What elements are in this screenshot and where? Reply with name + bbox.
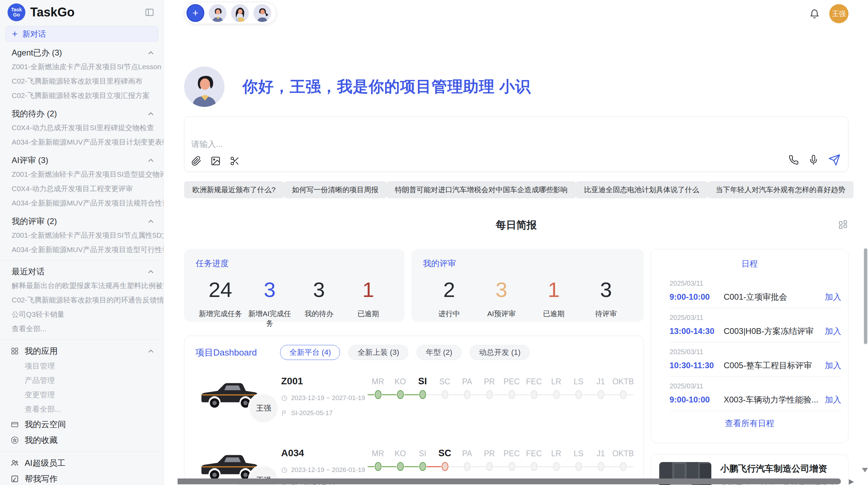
sidebar-item[interactable]: A034-全新新能源MUV产品开发项目造型可行性评审: [0, 242, 164, 257]
microphone-icon[interactable]: [808, 155, 819, 165]
chat-input-card[interactable]: 请输入...: [184, 116, 848, 172]
milestone-connector: [367, 394, 374, 395]
chevron-up-icon: [148, 220, 154, 223]
greeting-section: 你好，王强，我是你的项目管理助理 小识: [184, 66, 848, 107]
project-info: Z001 2023-12-19 ~ 2027-01-19 SI-2025-05-…: [281, 374, 367, 417]
image-icon[interactable]: [210, 156, 221, 166]
event-date: 2025/03/11: [670, 348, 841, 356]
section-header-my-todo[interactable]: 我的待办 (2): [0, 107, 164, 121]
sidebar-item[interactable]: Z001-全新燃油皮卡产品开发项目SI节点Lesson Learn报告: [0, 60, 164, 74]
dashboard-filter[interactable]: 年型 (2): [417, 345, 461, 360]
cloud-space-icon: [10, 420, 19, 429]
milestone-node: [419, 390, 426, 399]
phone-icon[interactable]: [788, 155, 799, 165]
milestone-label: LR: [545, 447, 567, 460]
suggestion-chip[interactable]: 欧洲新规最近颁布了什么?: [184, 181, 284, 198]
chevron-up-icon: [148, 159, 154, 162]
conversation-switcher: +: [184, 2, 276, 24]
sidebar-item-ai-super-staff[interactable]: AI超级员工: [0, 455, 164, 471]
vertical-scrollbar[interactable]: [864, 248, 867, 344]
agent-avatar-2[interactable]: [231, 4, 249, 22]
join-link[interactable]: 加入: [825, 291, 841, 302]
add-conversation-button[interactable]: +: [186, 4, 204, 22]
new-chat-label: 新对话: [22, 29, 46, 39]
project-row[interactable]: 王强 Z001 2023-12-19 ~ 2027-01-19 SI-2025-…: [195, 374, 631, 432]
sidebar-item[interactable]: C0X4-动力总成开发项目工程变更评审: [0, 182, 164, 196]
view-all-schedule-link[interactable]: 查看所有日程: [651, 418, 848, 429]
app-sub-item[interactable]: 产品管理: [0, 373, 164, 388]
stat-item: 1 已逾期: [343, 278, 393, 328]
section-header-agent-done[interactable]: Agent已办 (3): [0, 46, 164, 60]
briefing-layout-icon[interactable]: [837, 219, 848, 230]
dashboard-filter[interactable]: 全新平台 (4): [280, 345, 340, 360]
milestone-label: PR: [478, 447, 501, 460]
dashboard-filter[interactable]: 全新上装 (3): [348, 345, 408, 360]
schedule-events: 2025/03/11 9:00-10:00 C001-立项审批会 加入 2025…: [651, 274, 848, 411]
stat-label: 我的待办: [294, 309, 344, 319]
sidebar-item[interactable]: C02-飞腾新能源轻客改款项目里程碑画布: [0, 74, 164, 88]
event-time: 10:30-11:30: [670, 361, 724, 370]
sidebar-item[interactable]: Z001-全新燃油轻卡产品开发项目SI造型提交物评审: [0, 167, 164, 182]
sidebar-item-cloud-space[interactable]: 我的云空间: [0, 416, 164, 432]
stat-label: 已逾期: [343, 309, 393, 319]
milestone-connector: [449, 394, 463, 395]
suggestion-chip[interactable]: 如何写一份清晰的项目周报: [284, 181, 387, 198]
milestone-label: J1: [590, 375, 612, 388]
notifications-bell-icon[interactable]: [809, 8, 820, 20]
clock-icon: [281, 467, 288, 473]
milestone-node: [375, 462, 382, 471]
recent-chat-item[interactable]: C02-飞腾新能源轻客改款项目的闭环通告反馈情况: [0, 293, 164, 307]
sidebar-item[interactable]: A034-全新新能源MUV产品开发项目计划变更表编写: [0, 135, 164, 149]
dashboard-filter[interactable]: 动总开发 (1): [470, 345, 530, 360]
milestone-node: [531, 462, 538, 471]
milestone-connector: [516, 394, 530, 395]
stat-item: 3 待评审: [580, 278, 632, 319]
milestone-node: [375, 390, 382, 399]
card-title: 我的评审: [423, 258, 632, 269]
sidebar-item-favorites[interactable]: 我的收藏: [0, 432, 164, 448]
app-sub-item[interactable]: 变更管理: [0, 388, 164, 402]
agent-avatar-3[interactable]: [253, 4, 271, 22]
stat-item: 2 进行中: [423, 278, 475, 319]
suggestion-chip[interactable]: 比亚迪全固态电池计划具体说了什么: [576, 181, 708, 198]
apps-view-all[interactable]: 查看全部...: [0, 402, 164, 416]
suggestion-chip[interactable]: 特朗普可能对进口汽车增税会对中国车企造成哪些影响: [387, 181, 576, 198]
user-avatar[interactable]: 王强: [829, 4, 848, 23]
section-header-ai-review[interactable]: AI评审 (3): [0, 153, 164, 167]
section-header-my-review[interactable]: 我的评审 (2): [0, 214, 164, 228]
sidebar-collapse-icon[interactable]: [143, 7, 156, 18]
milestone-connector: [627, 394, 634, 395]
recent-chat-item[interactable]: 公司Q3轻卡销量: [0, 307, 164, 322]
attachment-icon[interactable]: [191, 156, 202, 166]
stat-item: 24 新增完成任务: [196, 278, 245, 328]
recent-view-all[interactable]: 查看全部...: [0, 322, 164, 336]
sidebar-item-help-me-write[interactable]: 帮我写作: [0, 471, 164, 485]
stat-label: 已逾期: [528, 309, 580, 319]
join-link[interactable]: 加入: [825, 360, 841, 371]
milestone-node: [531, 390, 538, 399]
join-link[interactable]: 加入: [825, 326, 841, 337]
sidebar-item[interactable]: Z001-全新燃油轻卡产品开发项目SI节点属性5D文件评审: [0, 228, 164, 242]
new-chat-button[interactable]: + 新对话: [5, 26, 158, 42]
join-link[interactable]: 加入: [825, 394, 841, 405]
sidebar-item[interactable]: C0X4-动力总成开发项目SI里程碑提交物检查: [0, 121, 164, 135]
event-title: C003|H0B-方案冻结评审: [724, 326, 821, 337]
sidebar-item[interactable]: C02-飞腾新能源轻客改款项目立项汇报方案: [0, 88, 164, 103]
scissors-icon[interactable]: [230, 156, 240, 166]
scroll-right-arrow-icon[interactable]: [849, 479, 854, 485]
suggestion-chip[interactable]: 当下年轻人对汽车外观有怎样的喜好趋势: [708, 181, 854, 198]
scroll-down-arrow-icon[interactable]: [862, 468, 868, 472]
help-me-write-label: 帮我写作: [25, 473, 58, 484]
horizontal-scrollbar[interactable]: [178, 478, 841, 484]
grid-icon: [10, 347, 19, 356]
sidebar-header: Task Go TaskGo: [0, 0, 164, 22]
main-area: + 王强 你好，王强，我是你的项目管理助理 小识 请输入...: [164, 0, 868, 485]
schedule-event: 2025/03/11 13:00-14:30 C003|H0B-方案冻结评审 加…: [670, 308, 841, 343]
send-icon[interactable]: [828, 154, 841, 166]
sidebar-item-my-apps[interactable]: 我的应用: [0, 343, 164, 359]
agent-avatar-1[interactable]: [209, 4, 227, 22]
app-sub-item[interactable]: 项目管理: [0, 359, 164, 373]
section-header-recent[interactable]: 最近对话: [0, 265, 164, 278]
recent-chat-item[interactable]: 解释最新出台的欧盟报废车法规再生塑料比例被调至15%...: [0, 278, 164, 293]
sidebar-item[interactable]: A034-全新新能源MUV产品开发项目法规符合性评审: [0, 196, 164, 210]
